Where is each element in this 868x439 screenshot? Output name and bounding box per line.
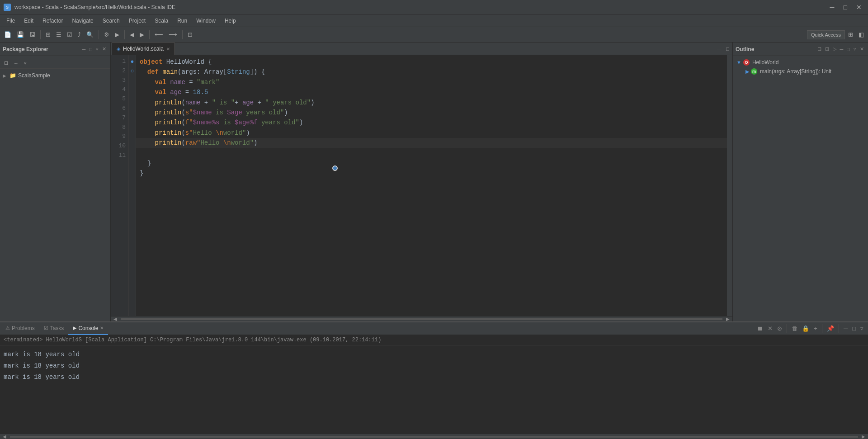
- tab-tasks[interactable]: ☑ Tasks: [39, 322, 69, 335]
- toolbar-perspective2[interactable]: ◧: [856, 30, 866, 39]
- pe-view-menu[interactable]: ▿: [22, 59, 29, 67]
- menu-edit[interactable]: Edit: [19, 16, 38, 26]
- outline-view-menu-btn[interactable]: ▿: [852, 46, 858, 52]
- console-scroll-left[interactable]: ◀: [0, 434, 9, 439]
- panel-view-menu-btn[interactable]: ▿: [94, 46, 100, 52]
- toolbar-outline[interactable]: ☰: [54, 30, 64, 39]
- fold-markers: ● ○: [129, 55, 136, 316]
- editor-tab-helloworld[interactable]: ◈ HelloWorld.scala ✕: [112, 42, 175, 55]
- menu-search[interactable]: Search: [98, 16, 124, 26]
- editor-tabs: ◈ HelloWorld.scala ✕ ─ □: [111, 42, 732, 55]
- minimize-button[interactable]: ─: [827, 3, 837, 12]
- console-pin[interactable]: 📌: [825, 324, 836, 333]
- console-output: mark is 18 years old mark is 18 years ol…: [0, 345, 868, 434]
- outline-panel: Outline ⊟ ⊞ ▷ ─ □ ▿ ✕ ▼ O HelloWorld ▶ m…: [732, 42, 868, 321]
- outline-collapse-btn[interactable]: ─: [839, 46, 845, 52]
- toolbar-sep-3: [124, 30, 125, 39]
- menu-help[interactable]: Help: [220, 16, 241, 26]
- console-line-1: mark is 18 years old: [4, 349, 864, 360]
- menu-scala[interactable]: Scala: [150, 16, 173, 26]
- toolbar-save-all[interactable]: 🖫: [27, 30, 38, 39]
- editor-maximize[interactable]: □: [724, 45, 731, 53]
- toolbar-prev-edit[interactable]: ◀: [127, 30, 137, 39]
- menu-navigate[interactable]: Navigate: [67, 16, 98, 26]
- toolbar-back[interactable]: ⟵: [152, 30, 165, 39]
- tab-console-label: Console: [78, 325, 98, 331]
- maximize-button[interactable]: □: [841, 3, 850, 12]
- panel-close-btn[interactable]: ✕: [101, 46, 108, 52]
- code-editor[interactable]: object HelloWorld { def main(args: Array…: [136, 55, 727, 316]
- menu-file[interactable]: File: [2, 16, 19, 26]
- editor-hscroll[interactable]: ◀ ▶: [111, 316, 732, 321]
- editor-minimize[interactable]: ─: [715, 45, 723, 53]
- toolbar-run[interactable]: ▶: [113, 30, 122, 39]
- toolbar-search[interactable]: 🔍: [84, 30, 96, 39]
- tree-arrow-scala-sample: ▶: [3, 73, 9, 78]
- cursor-indicator: [332, 165, 338, 171]
- menu-project[interactable]: Project: [124, 16, 150, 26]
- console-new[interactable]: +: [812, 324, 819, 333]
- outline-title: Outline: [736, 46, 754, 52]
- main-layout: Package Explorer ─ □ ▿ ✕ ⊟ ↔ ▿ ▶ 📁 Scala…: [0, 42, 868, 321]
- console-clear[interactable]: 🗑: [790, 324, 799, 333]
- toolbar-perspective[interactable]: ⊞: [846, 30, 855, 39]
- pe-collapse-all[interactable]: ⊟: [2, 59, 10, 67]
- console-disconnect[interactable]: ⊘: [775, 324, 784, 333]
- outline-toolbar-btn1[interactable]: ⊟: [816, 46, 823, 52]
- toolbar-misc[interactable]: ⊡: [185, 30, 195, 39]
- toolbar-hierarchy[interactable]: ⊞: [43, 30, 53, 39]
- console-line-2: mark is 18 years old: [4, 360, 864, 372]
- console-terminate[interactable]: ✕: [766, 324, 774, 333]
- outline-close-btn[interactable]: ✕: [859, 46, 865, 52]
- tab-problems[interactable]: ⚠ Problems: [1, 322, 39, 335]
- toolbar-debug[interactable]: ⚙: [102, 30, 112, 39]
- tree-scala-sample[interactable]: ▶ 📁 ScalaSample: [0, 71, 110, 80]
- outline-toolbar-btn2[interactable]: ⊞: [824, 46, 830, 52]
- editor-scrollbar[interactable]: [727, 55, 732, 316]
- console-scroll-lock[interactable]: 🔒: [800, 324, 811, 333]
- panel-maximize-btn[interactable]: □: [88, 46, 94, 52]
- panel-collapse-btn[interactable]: ─: [81, 46, 87, 52]
- toolbar-save[interactable]: 💾: [14, 30, 26, 39]
- scroll-left-btn[interactable]: ◀: [111, 316, 120, 321]
- outline-item-main[interactable]: ▶ m main(args: Array[String]): Unit: [733, 67, 868, 76]
- console-close[interactable]: ✕: [100, 326, 104, 330]
- outline-class-icon: O: [743, 59, 750, 66]
- toolbar-task[interactable]: ☑: [65, 30, 75, 39]
- console-scroll-right[interactable]: ▶: [859, 434, 868, 439]
- quick-access-button[interactable]: Quick Access: [807, 30, 845, 39]
- console-maximize[interactable]: □: [850, 324, 858, 333]
- window-controls: ─ □ ✕: [827, 3, 864, 12]
- menu-window[interactable]: Window: [192, 16, 220, 26]
- console-sep2: [822, 324, 822, 333]
- tab-close-btn[interactable]: ✕: [166, 47, 170, 52]
- window-title: workspace - Scala - ScalaSample/src/Hell…: [14, 4, 175, 10]
- console-stop[interactable]: ⏹: [755, 324, 765, 333]
- title-left: S workspace - Scala - ScalaSample/src/He…: [4, 4, 175, 11]
- close-button[interactable]: ✕: [854, 3, 864, 12]
- console-collapse[interactable]: ─: [842, 324, 849, 333]
- menu-refactor[interactable]: Refactor: [38, 16, 67, 26]
- toolbar-sep-2: [99, 30, 99, 39]
- hscroll-track[interactable]: [121, 318, 722, 320]
- console-header: <terminated> HelloWorldS [Scala Applicat…: [0, 335, 868, 345]
- menu-run[interactable]: Run: [173, 16, 192, 26]
- scroll-right-btn[interactable]: ▶: [723, 316, 732, 321]
- console-scroll-track[interactable]: [10, 436, 858, 438]
- tab-tasks-label: Tasks: [50, 325, 64, 331]
- toolbar-next-edit[interactable]: ▶: [137, 30, 146, 39]
- outline-toolbar-btn3[interactable]: ▷: [831, 46, 838, 52]
- tab-console[interactable]: ▶ Console ✕: [68, 322, 108, 335]
- pe-link-with-editor[interactable]: ↔: [11, 59, 21, 67]
- outline-item-helloworld[interactable]: ▼ O HelloWorld: [733, 58, 868, 67]
- console-view-menu[interactable]: ▿: [859, 324, 865, 333]
- outline-maximize-btn[interactable]: □: [845, 46, 851, 52]
- toolbar-forward[interactable]: ⟶: [166, 30, 179, 39]
- toolbar-new[interactable]: 📄: [2, 30, 14, 39]
- outline-method-icon: m: [751, 68, 757, 75]
- toolbar-sep-4: [149, 30, 150, 39]
- console-hscroll[interactable]: ◀ ▶: [0, 434, 868, 439]
- toolbar-export[interactable]: ⤴: [75, 30, 83, 39]
- tab-label: HelloWorld.scala: [123, 46, 164, 52]
- editor-area[interactable]: 1 2 3 4 5 6 7 8 9 10 11 ● ○: [111, 55, 732, 316]
